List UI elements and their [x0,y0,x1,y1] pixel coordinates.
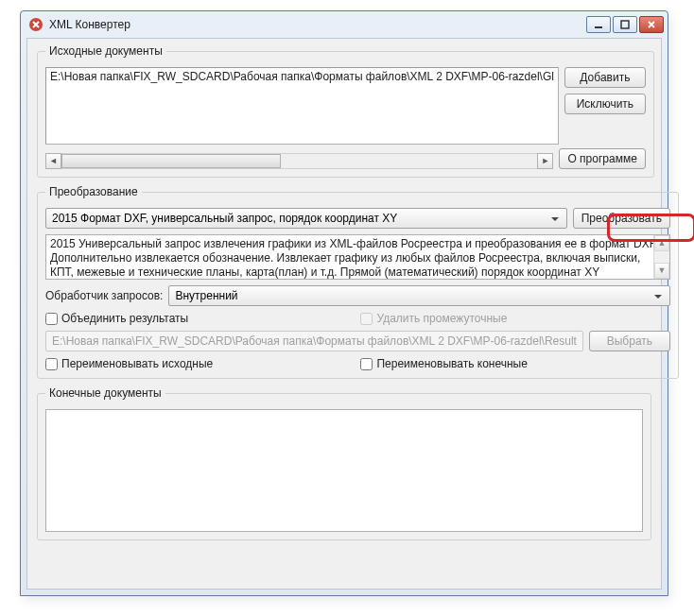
transform-group: Преобразование 2015 Формат DXF, универса… [37,185,679,379]
about-button[interactable]: О программе [559,148,645,169]
source-list[interactable]: E:\Новая папка\FIX_RW_SDCARD\Рабочая пап… [45,67,559,145]
client-area: Исходные документы E:\Новая папка\FIX_RW… [26,38,662,590]
minimize-button[interactable] [586,16,611,33]
add-button[interactable]: Добавить [564,67,646,88]
handler-select[interactable]: Внутренний [168,285,669,306]
output-legend: Конечные документы [45,386,165,400]
rename-dest-checkbox[interactable]: Переименовывать конечные [360,357,669,370]
format-description[interactable]: 2015 Универсальный запрос извлечения гра… [45,234,670,280]
output-list[interactable] [45,409,643,532]
remove-button[interactable]: Исключить [564,94,646,114]
close-button[interactable] [639,16,664,33]
rename-source-checkbox[interactable]: Переименовывать исходные [45,357,355,370]
output-group: Конечные документы [37,386,651,540]
scroll-right-icon[interactable]: ► [537,153,553,169]
maximize-button[interactable] [613,16,637,33]
transform-legend: Преобразование [45,185,142,198]
source-legend: Исходные документы [45,44,166,58]
source-scrollbar[interactable]: ◄ ► [45,153,553,169]
scroll-left-icon[interactable]: ◄ [45,153,61,169]
format-select[interactable]: 2015 Формат DXF, универсальный запрос, п… [45,208,567,229]
scroll-thumb[interactable] [61,154,281,168]
convert-button[interactable]: Преобразовать [573,208,670,229]
svg-rect-2 [621,21,629,28]
source-group: Исходные документы E:\Новая папка\FIX_RW… [37,44,654,178]
result-path-field: E:\Новая папка\FIX_RW_SDCARD\Рабочая пап… [45,331,583,351]
delete-temp-checkbox: Удалить промежуточные [360,312,669,325]
desc-scrollbar[interactable]: ▲▼ [653,235,669,279]
merge-checkbox[interactable]: Объединить результаты [45,312,355,325]
app-icon [28,17,43,32]
titlebar[interactable]: XML Конвертер [21,11,668,38]
window-title: XML Конвертер [49,18,586,31]
app-window: XML Конвертер Исходные документы E:\Нова… [20,10,668,596]
handler-label: Обработчик запросов: [45,289,163,302]
choose-button: Выбрать [589,331,670,351]
